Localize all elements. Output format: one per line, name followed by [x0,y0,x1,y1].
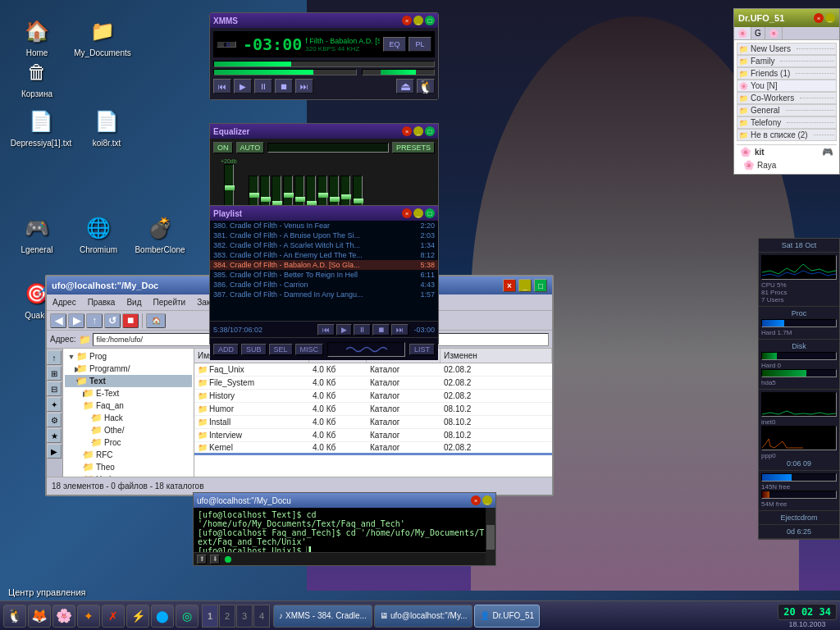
taskbar-app-filemanager[interactable]: 🖥 ufo@localhost:"/My... [374,605,473,628]
taskbar-icon-fox[interactable]: 🦊 [28,605,51,628]
desktop-icon-mydocs[interactable]: 📁 My_Documents [74,16,131,57]
icq-group-notinlist[interactable]: 📁 Не в списке (2) [737,129,837,141]
fm-menu-vid[interactable]: Вид [124,298,144,307]
desktop-icon-korzina[interactable]: 🗑 Корзина [8,57,66,98]
taskbar-icon-x[interactable]: ✗ [102,605,125,628]
playlist-item-380[interactable]: 380. Cradle Of Filth - Venus In Fear2:20 [210,221,438,231]
xmms-next-button[interactable]: ⏭ [295,79,313,94]
icq-group-telefony[interactable]: 📁 Telefony [737,116,837,129]
xmms-titlebar[interactable]: XMMS × _ □ [210,13,438,28]
playlist-item-384-current[interactable]: 384. Cradle Of Filth - Babalon A.D. [So … [210,260,438,270]
tree-item-prog[interactable]: ▼ 📁Prog [65,350,192,363]
playlist-item-386[interactable]: 386. Cradle Of Filth - Carrion4:43 [210,280,438,290]
playlist-item-383[interactable]: 383. Cradle Of Filth - An Enemy Led The … [210,250,438,260]
xmms-prev-button[interactable]: ⏮ [213,79,231,94]
icq-you-section[interactable]: 🌸 You [N] [737,80,837,92]
pl-next-btn[interactable]: ⏭ [391,324,409,336]
pl-misc-btn[interactable]: MISC [295,344,324,355]
desktop-icon-chromium[interactable]: 🌐 Chromium [70,213,127,254]
fm-min-button[interactable]: _ [518,279,532,292]
icq-group-family[interactable]: 📁 Family [737,55,837,67]
fm-reload-button[interactable]: ↺ [104,313,121,328]
pl-play-btn[interactable]: ▶ [336,324,352,336]
eq-auto-button[interactable]: AUTO [236,142,265,153]
fm-back-button[interactable]: ◀ [50,313,66,328]
xmms-eq-button[interactable]: EQ [383,37,406,52]
pl-pause-btn[interactable]: ⏸ [354,324,371,336]
fm-max-button[interactable]: □ [534,279,547,292]
fm-nav-btn-1[interactable]: ↑ [47,350,62,365]
fm-file-filesystem[interactable]: 📁File_System 4.0 Кб Каталог 02.08.2 [194,377,552,390]
icq-group-general[interactable]: 📁 General [737,104,837,116]
eq-presets-button[interactable]: PRESETS [392,142,435,153]
terminal-scroll-thumb[interactable] [486,525,495,550]
pl-add-btn[interactable]: ADD [213,344,239,355]
taskbar-app-icq[interactable]: 👤 Dr.UFO_51 [474,605,540,628]
pager-2[interactable]: 2 [219,605,235,628]
terminal-ctrl-btn-2[interactable]: ⬇ [210,555,220,564]
taskbar-icon-circle[interactable]: ⬤ [151,605,174,628]
pl-prev-btn[interactable]: ⏮ [317,324,335,336]
fm-file-kernel[interactable]: 📁Kernel 4.0 Кб Каталог 02.08.2 [194,442,552,455]
tree-item-etext[interactable]: ▶ 📁E-Text [65,387,192,399]
playlist-item-385[interactable]: 385. Cradle Of Filth - Better To Reign I… [210,270,438,280]
eq-titlebar[interactable]: Equalizer × _ □ [210,124,438,139]
sysmon-ejectcdrom-label[interactable]: Ejectcdrom [761,514,837,522]
xmms-pl-button[interactable]: PL [409,37,431,52]
xmms-play-button[interactable]: ▶ [234,79,252,94]
pager-3[interactable]: 3 [236,605,253,628]
icq-group-coworkers[interactable]: 📁 Co-Workers [737,92,837,104]
tree-item-hack[interactable]: + 📁Hack [65,412,192,424]
xmms-volume-slider[interactable] [213,69,357,75]
xmms-eject-button[interactable]: ⏏ [396,79,414,94]
playlist-item-387[interactable]: 387. Cradle Of Filth - Damned In Any Lan… [210,290,438,299]
tree-item-rfc[interactable]: + 📁RFC [65,449,192,461]
fm-nav-btn-4[interactable]: ✦ [47,397,62,412]
fm-file-faq-unix[interactable]: 📁Faq_Unix 4.0 Кб Каталог 02.08.2 [194,363,552,377]
playlist-min-button[interactable]: _ [413,208,423,218]
fm-col-date[interactable]: Изменен [441,349,552,363]
taskbar-icon-star[interactable]: ✦ [77,605,100,628]
eq-max-button[interactable]: □ [425,126,435,136]
fm-menu-pravka[interactable]: Правка [85,298,118,307]
terminal-ctrl-btn-1[interactable]: ⬆ [197,555,207,564]
fm-file-install[interactable]: 📁Install 4.0 Кб Каталог 08.10.2 [194,416,552,429]
playlist-close-button[interactable]: × [402,208,412,218]
desktop-icon-home[interactable]: 🏠 Home [8,16,66,57]
pl-list-btn[interactable]: LIST [409,344,435,355]
fm-stop-button[interactable]: ⏹ [122,313,139,328]
pager-1[interactable]: 1 [202,605,218,628]
xmms-close-button[interactable]: × [402,16,412,25]
icq-group-newusers[interactable]: 📁 New Users [737,43,837,55]
desktop-icon-depressiya[interactable]: 📄 Depressiya[1].txt [8,107,74,148]
icq-titlebar[interactable]: Dr.UFO_51 × _ [734,9,839,27]
xmms-max-button[interactable]: □ [425,16,435,25]
xmms-shuffle-button[interactable]: 🐧 [417,79,435,94]
icq-close-button[interactable]: × [814,13,824,23]
fm-nav-btn-6[interactable]: ★ [47,428,62,443]
fm-home-button[interactable]: 🏠 [146,313,166,328]
tree-item-proc[interactable]: + 📁Proc [65,436,192,449]
taskbar-icon-thunder[interactable]: ⚡ [126,605,149,628]
xmms-progress-bar[interactable] [213,61,435,67]
tree-item-theo[interactable]: + 📁Theo [65,461,192,473]
tree-item-unde[interactable]: + 📁Unde [65,473,192,477]
fm-nav-btn-2[interactable]: ⊞ [47,366,62,381]
fm-close-button[interactable]: × [503,279,516,292]
eq-close-button[interactable]: × [402,126,412,136]
xmms-balance-slider[interactable] [362,69,435,75]
xmms-pause-button[interactable]: ⏸ [254,79,272,94]
terminal-titlebar[interactable]: ufo@localhost:"/My_Docu × _ [194,493,495,508]
tree-item-text[interactable]: ▼ 📁Text [65,375,192,387]
desktop-icon-bomberclone[interactable]: 💣 BomberClone [131,213,189,254]
terminal-min-button[interactable]: _ [482,495,492,505]
xmms-stop-button[interactable]: ⏹ [275,79,293,94]
icq-tab-g[interactable]: G [751,27,765,39]
fm-nav-btn-3[interactable]: ⊟ [47,381,62,396]
icq-tab-flowers[interactable]: 🌸 [734,27,751,39]
terminal-scrollbar[interactable] [486,508,495,565]
taskbar-icon-ring[interactable]: ◎ [176,605,199,628]
taskbar-icon-penguin[interactable]: 🐧 [3,605,26,628]
desktop-icon-koi8r[interactable]: 📄 koi8r.txt [78,107,135,148]
terminal-close-button[interactable]: × [471,495,481,505]
